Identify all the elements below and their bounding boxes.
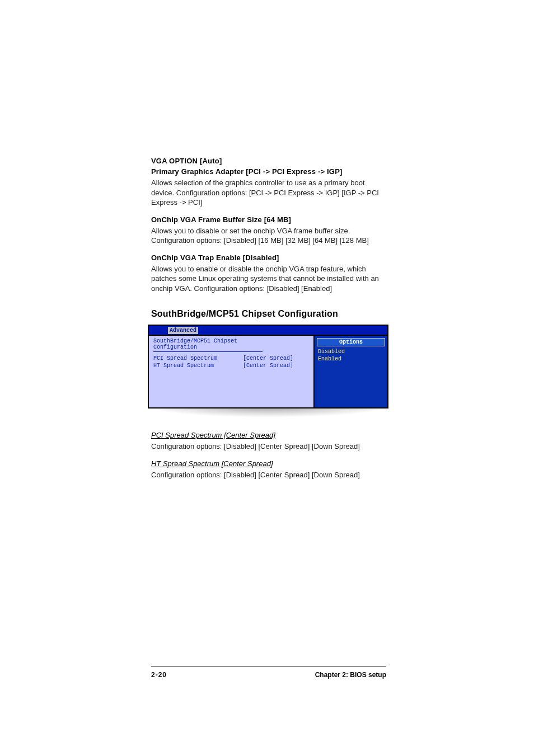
body-frame-buffer: Allows you to disable or set the onchip … [151, 226, 386, 246]
bios-row: HT Spread Spectrum [Center Spread] [153, 363, 309, 370]
heading-southbridge: SouthBridge/MCP51 Chipset Configuration [151, 309, 386, 319]
bios-panel-title: SouthBridge/MCP51 Chipset Configuration [153, 338, 263, 352]
bios-row: PCI Spread Spectrum [Center Spread] [153, 355, 309, 363]
bios-row-value: [Center Spread] [243, 355, 293, 363]
body-pci-spread: Configuration options: [Disabled] [Cente… [151, 442, 386, 452]
heading-frame-buffer: OnChip VGA Frame Buffer Size [64 MB] [151, 215, 386, 224]
page-content: VGA OPTION [Auto] Primary Graphics Adapt… [151, 157, 386, 487]
heading-trap-enable: OnChip VGA Trap Enable [Disabled] [151, 253, 386, 262]
heading-primary-graphics: Primary Graphics Adapter [PCI -> PCI Exp… [151, 167, 386, 176]
bios-options-list: Disabled Enabled [315, 348, 387, 364]
bios-row-label: HT Spread Spectrum [153, 363, 243, 370]
bios-tab-advanced: Advanced [168, 327, 198, 334]
body-primary-graphics: Allows selection of the graphics control… [151, 178, 386, 208]
bios-right-panel: Options Disabled Enabled [315, 336, 387, 407]
body-ht-spread: Configuration options: [Disabled] [Cente… [151, 470, 386, 480]
page-number: 2-20 [151, 671, 167, 679]
bios-row-label: PCI Spread Spectrum [153, 355, 243, 363]
bios-option: Disabled [318, 349, 384, 356]
body-trap-enable: Allows you to enable or disable the onch… [151, 264, 386, 294]
chapter-label: Chapter 2: BIOS setup [315, 671, 386, 679]
page-footer: 2-20 Chapter 2: BIOS setup [151, 666, 386, 679]
bios-menubar: Advanced [148, 325, 388, 335]
bios-shadow [148, 407, 388, 417]
bios-screenshot: Advanced SouthBridge/MCP51 Chipset Confi… [148, 325, 388, 417]
bios-row-value: [Center Spread] [243, 363, 293, 370]
bios-body: SouthBridge/MCP51 Chipset Configuration … [148, 335, 388, 408]
bios-options-title: Options [317, 338, 385, 346]
heading-ht-spread: HT Spread Spectrum [Center Spread] [151, 459, 386, 468]
bios-left-panel: SouthBridge/MCP51 Chipset Configuration … [149, 336, 315, 407]
heading-vga-option: VGA OPTION [Auto] [151, 157, 386, 165]
bios-option: Enabled [318, 356, 384, 363]
heading-pci-spread: PCI Spread Spectrum [Center Spread] [151, 431, 386, 439]
